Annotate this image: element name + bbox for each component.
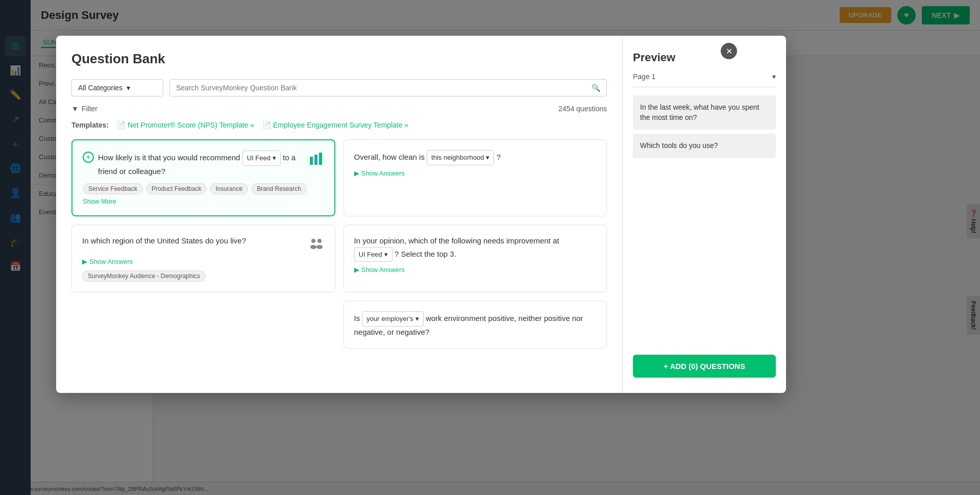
card4-dropdown[interactable]: UI Feed ▾ xyxy=(354,247,393,262)
svg-point-6 xyxy=(316,245,323,249)
card2-question: Overall, how clean is this neighborhood … xyxy=(354,150,597,165)
page-selector[interactable]: Page 1 ▾ xyxy=(633,72,776,87)
preview-question-1: In the last week, what have you spent th… xyxy=(633,95,776,130)
dropdown-arrow: ▾ xyxy=(273,153,276,163)
category-chevron-icon: ▾ xyxy=(127,84,130,92)
cards-grid: + How likely is it that you would recomm… xyxy=(71,139,607,349)
card4-show-answers[interactable]: ▶ Show Answers xyxy=(354,266,597,274)
tag-brand-research[interactable]: Brand Research xyxy=(251,183,307,194)
card3-show-answers[interactable]: ▶ Show Answers xyxy=(82,258,325,265)
search-icon: 🔍 xyxy=(592,84,600,92)
dropdown2-arrow: ▾ xyxy=(486,153,489,163)
nps-template-link[interactable]: 📄 Net Promoter® Score (NPS) Template » xyxy=(117,121,254,129)
modal-right-panel: Preview Page 1 ▾ In the last week, what … xyxy=(623,36,786,393)
dropdown4-arrow: ▾ xyxy=(384,250,388,260)
show-more-link[interactable]: Show More xyxy=(83,197,116,205)
card5-question: Is your employer's ▾ work environment po… xyxy=(354,311,597,338)
show-answers4-arrow: ▶ xyxy=(354,266,359,274)
svg-point-5 xyxy=(310,245,316,249)
tag-service-feedback[interactable]: Service Feedback xyxy=(83,183,143,194)
page-chevron-icon: ▾ xyxy=(772,72,776,81)
question-card-4: In your opinion, which of the following … xyxy=(344,225,607,292)
page-label: Page 1 xyxy=(633,72,655,81)
templates-label: Templates: xyxy=(71,121,109,129)
filter-row: ▼ Filter 2454 questions xyxy=(71,105,607,113)
question-card-2: Overall, how clean is this neighborhood … xyxy=(344,139,607,216)
doc-icon2: 📄 xyxy=(262,121,271,129)
engagement-template-link[interactable]: 📄 Employee Engagement Survey Template » xyxy=(262,121,408,129)
search-box[interactable]: 🔍 xyxy=(169,79,607,96)
add-questions-button[interactable]: + ADD (0) QUESTIONS xyxy=(633,355,776,378)
card1-header: + How likely is it that you would recomm… xyxy=(83,151,324,177)
doc-icon: 📄 xyxy=(117,121,126,129)
card4-question: In your opinion, which of the following … xyxy=(354,235,597,262)
preview-title: Preview xyxy=(633,51,776,64)
question-card-5: Is your employer's ▾ work environment po… xyxy=(344,301,607,349)
card2-show-answers[interactable]: ▶ Show Answers xyxy=(354,169,597,177)
card1-tags: Service Feedback Product Feedback Insura… xyxy=(83,183,324,205)
questions-count: 2454 questions xyxy=(558,105,607,113)
search-area: All Categories ▾ 🔍 xyxy=(71,79,607,96)
filter-button[interactable]: ▼ Filter xyxy=(71,105,97,113)
svg-rect-2 xyxy=(319,153,322,165)
templates-row: Templates: 📄 Net Promoter® Score (NPS) T… xyxy=(71,121,607,129)
svg-point-3 xyxy=(311,239,315,243)
tag-product-feedback[interactable]: Product Feedback xyxy=(146,183,207,194)
add-question-icon[interactable]: + xyxy=(83,152,94,163)
question-card-3: In which region of the United States do … xyxy=(71,225,335,292)
tag-insurance[interactable]: Insurance xyxy=(210,183,248,194)
dropdown5-arrow: ▾ xyxy=(415,314,419,324)
filter-icon: ▼ xyxy=(71,105,79,113)
close-button[interactable]: ✕ xyxy=(721,43,737,59)
modal-left-panel: Question Bank All Categories ▾ 🔍 ▼ Filte… xyxy=(56,36,623,393)
svg-rect-1 xyxy=(314,155,317,165)
card2-dropdown[interactable]: this neighborhood ▾ xyxy=(427,150,494,165)
question-card-1: + How likely is it that you would recomm… xyxy=(71,139,335,216)
tag-demographics[interactable]: SurveyMonkey Audience - Demographics xyxy=(82,270,206,282)
card3-people-icon xyxy=(308,235,325,252)
category-label: All Categories xyxy=(78,84,122,92)
preview-question-2: Which tools do you use? xyxy=(633,134,776,158)
category-dropdown[interactable]: All Categories ▾ xyxy=(71,79,163,96)
card5-dropdown[interactable]: your employer's ▾ xyxy=(362,311,423,327)
card1-dropdown[interactable]: UI Feed ▾ xyxy=(242,151,281,166)
search-input[interactable] xyxy=(176,84,592,92)
card1-question: How likely is it that you would recommen… xyxy=(98,151,308,177)
modal-title: Question Bank xyxy=(71,51,607,67)
question-bank-modal: Question Bank All Categories ▾ 🔍 ▼ Filte… xyxy=(56,36,786,393)
svg-rect-0 xyxy=(310,157,313,165)
svg-point-4 xyxy=(317,239,322,243)
card3-question: In which region of the United States do … xyxy=(82,235,308,247)
card1-chart-icon xyxy=(308,151,324,167)
show-answers-arrow: ▶ xyxy=(354,169,359,177)
card3-header: In which region of the United States do … xyxy=(82,235,325,252)
card3-tags: SurveyMonkey Audience - Demographics xyxy=(82,270,325,282)
show-answers3-arrow: ▶ xyxy=(82,258,87,265)
